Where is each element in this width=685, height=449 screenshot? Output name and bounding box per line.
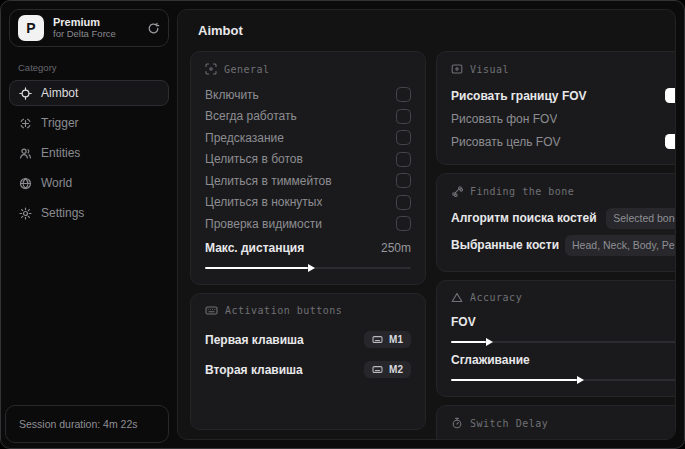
page-title: Aimbot	[198, 23, 663, 38]
keybind-label: Вторая клавиша	[205, 363, 303, 377]
fov-slider[interactable]	[451, 341, 676, 343]
visual-card: Visual Рисовать границу FOV Рисовать фон…	[436, 51, 676, 165]
scan-icon	[205, 63, 217, 75]
dropdown-value: Selected bone	[613, 212, 676, 224]
session-card: Session duration: 4m 22s	[5, 405, 169, 443]
premium-card: P Premium for Delta Force	[9, 9, 169, 47]
checkbox[interactable]	[396, 87, 411, 102]
sidebar: P Premium for Delta Force Category Aimbo…	[1, 1, 177, 448]
right-column: Visual Рисовать границу FOV Рисовать фон…	[436, 51, 676, 430]
visual-row-fov-border: Рисовать границу FOV	[451, 84, 676, 107]
bone-label: Алгоритм поиска костей	[451, 211, 597, 225]
section-title: Switch Delay	[470, 418, 548, 429]
slider-fill[interactable]	[451, 341, 486, 343]
general-card: General Включить Всегда работать Предска…	[190, 51, 426, 285]
accuracy-card: Accuracy FOV 50° Сглаживание 50%	[436, 280, 676, 397]
visual-controls	[665, 134, 676, 149]
content-columns: General Включить Всегда работать Предска…	[190, 51, 663, 430]
bone-label: Выбранные кости	[451, 238, 559, 252]
sidebar-item-label: Entities	[41, 146, 80, 160]
keybind-row-primary: Первая клавиша M1	[205, 325, 411, 355]
slider-fill[interactable]	[451, 379, 577, 381]
checkbox[interactable]	[396, 130, 411, 145]
keybind-row-secondary: Вторая клавиша M2	[205, 355, 411, 385]
slider-label: Макс. дистанция	[205, 241, 304, 255]
toggle-label: Целиться в тиммейтов	[205, 174, 332, 188]
sidebar-item-label: Trigger	[41, 116, 79, 130]
key-icon	[372, 335, 383, 344]
sidebar-item-aimbot[interactable]: Aimbot	[9, 80, 169, 106]
checkbox[interactable]	[396, 152, 411, 167]
toggle-row-visibility-check: Проверка видимости	[205, 213, 411, 235]
section-title: Activation buttons	[225, 305, 342, 316]
premium-text: Premium for Delta Force	[53, 16, 138, 40]
visual-label: Рисовать границу FOV	[451, 89, 587, 103]
visual-label: Рисовать фон FOV	[451, 112, 557, 126]
slider-value: 250m	[381, 241, 411, 255]
stopwatch-icon	[451, 417, 463, 429]
slider-fill[interactable]	[205, 267, 308, 269]
frame-icon	[451, 63, 463, 75]
toggle-label: Целиться в ботов	[205, 152, 303, 166]
triangle-icon	[451, 292, 463, 303]
sidebar-item-entities[interactable]: Entities	[9, 140, 169, 166]
checkbox[interactable]	[396, 173, 411, 188]
keybind-button-secondary[interactable]: M2	[364, 361, 411, 378]
smoothing-slider-row: Сглаживание 50%	[451, 350, 676, 370]
left-column: General Включить Всегда работать Предска…	[190, 51, 426, 430]
section-title: Finding the bone	[470, 186, 574, 197]
gear-icon	[19, 207, 32, 220]
visual-row-fov-background: Рисовать фон FOV	[451, 107, 676, 130]
color-swatch[interactable]	[665, 88, 676, 103]
sidebar-nav: Aimbot Trigger Entities	[9, 80, 169, 226]
keybind-value: M2	[389, 364, 403, 375]
visual-controls	[665, 88, 676, 103]
toggle-row-aim-bots: Целиться в ботов	[205, 149, 411, 171]
max-distance-slider[interactable]	[205, 267, 411, 269]
sidebar-item-settings[interactable]: Settings	[9, 200, 169, 226]
section-title: General	[224, 64, 270, 75]
toggle-row-always-work: Всегда работать	[205, 106, 411, 128]
trigger-icon	[19, 117, 32, 130]
section-title: Visual	[470, 64, 509, 75]
checkbox[interactable]	[396, 216, 411, 231]
toggle-label: Целиться в нокнутых	[205, 195, 322, 209]
visual-header: Visual	[451, 63, 676, 75]
entities-icon	[19, 147, 32, 160]
slider-label: FOV	[451, 315, 476, 329]
category-label: Category	[18, 62, 169, 73]
section-title: Accuracy	[470, 292, 522, 303]
refresh-icon[interactable]	[147, 22, 160, 35]
bone-algorithm-dropdown[interactable]: Selected bone	[606, 208, 676, 229]
checkbox[interactable]	[396, 195, 411, 210]
smoothing-slider[interactable]	[451, 379, 676, 381]
session-duration: Session duration: 4m 22s	[19, 418, 137, 430]
activation-header: Activation buttons	[205, 305, 411, 316]
max-distance-row: Макс. дистанция 250m	[205, 238, 411, 258]
accuracy-header: Accuracy	[451, 292, 676, 303]
toggle-row-aim-knocked: Целиться в нокнутых	[205, 192, 411, 214]
switch-delay-header: Switch Delay	[451, 417, 676, 429]
sidebar-item-world[interactable]: World	[9, 170, 169, 196]
selected-bones-dropdown[interactable]: Head, Neck, Body, Pe..	[565, 235, 676, 256]
checkbox[interactable]	[396, 109, 411, 124]
bone-card: Finding the bone Алгоритм поиска костей …	[436, 173, 676, 272]
toggle-label: Включить	[205, 88, 259, 102]
bone-selected-row: Выбранные кости Head, Neck, Body, Pe..	[451, 233, 676, 257]
toggle-label: Всегда работать	[205, 109, 297, 123]
globe-icon	[19, 177, 32, 190]
toggle-label: Предсказание	[205, 131, 284, 145]
bone-header: Finding the bone	[451, 185, 676, 197]
switch-delay-card: Switch Delay Задержка переключения Задер…	[436, 405, 676, 440]
main-panel: Aimbot General Включить	[177, 9, 676, 440]
premium-subtitle: for Delta Force	[53, 29, 138, 40]
color-swatch[interactable]	[665, 134, 676, 149]
bone-algorithm-row: Алгоритм поиска костей Selected bone	[451, 206, 676, 230]
visual-row-fov-target: Рисовать цель FOV	[451, 130, 676, 153]
toggle-label: Проверка видимости	[205, 217, 322, 231]
sidebar-item-label: Settings	[41, 206, 84, 220]
keybind-button-primary[interactable]: M1	[364, 331, 411, 348]
app-window: P Premium for Delta Force Category Aimbo…	[0, 0, 685, 449]
sidebar-item-trigger[interactable]: Trigger	[9, 110, 169, 136]
visual-label: Рисовать цель FOV	[451, 135, 561, 149]
